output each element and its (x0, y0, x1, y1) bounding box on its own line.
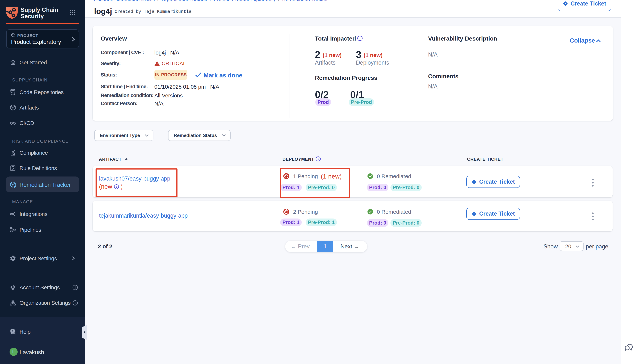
svg-text:?: ? (12, 330, 13, 332)
